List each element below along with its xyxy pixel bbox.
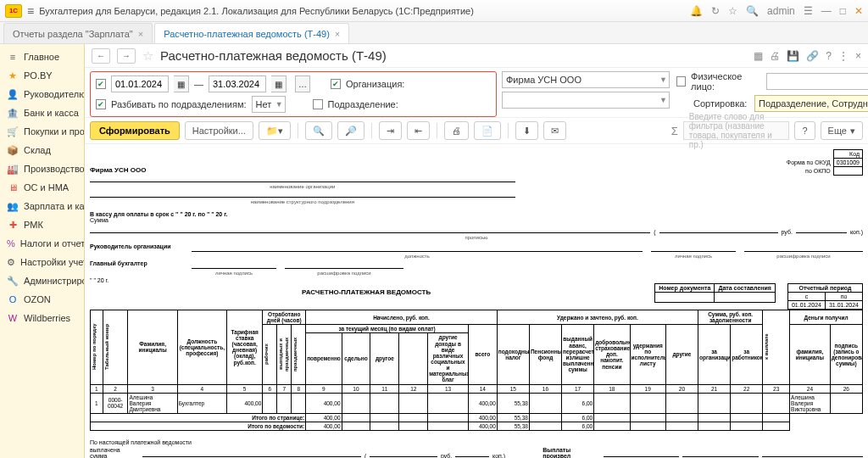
link-icon[interactable]: 🔗	[806, 50, 819, 62]
sidebar-item[interactable]: OOZON	[0, 290, 84, 309]
fiz-checkbox[interactable]	[676, 76, 686, 87]
fiz-select[interactable]: ▼	[766, 73, 868, 90]
sidebar-item[interactable]: 🏭Производство	[0, 159, 84, 178]
save-button[interactable]: ⬇	[515, 121, 538, 140]
more-icon[interactable]: ⋮	[838, 50, 849, 62]
variants-button[interactable]: 📁▾	[259, 121, 291, 140]
expand-button[interactable]: ⇥	[379, 121, 402, 140]
sigma-icon[interactable]: Σ	[671, 125, 678, 137]
nav-icon: %	[7, 237, 15, 249]
help-icon[interactable]: ?	[826, 50, 832, 62]
nav-back-button[interactable]: ←	[92, 48, 110, 64]
nav-icon: 🏦	[7, 107, 19, 119]
nav-icon: 📦	[7, 144, 19, 156]
find-next-button[interactable]: 🔎	[337, 121, 364, 140]
tabs-bar: Отчеты раздела "Зарплата" × Расчетно-пла…	[0, 22, 868, 44]
close-icon[interactable]: ✕	[854, 5, 863, 17]
find-button[interactable]: 🔍	[305, 121, 332, 140]
report-table: Номер по порядку Табельный номер Фамилия…	[90, 310, 863, 431]
form-button[interactable]: Сформировать	[90, 121, 180, 140]
period-checkbox[interactable]	[96, 79, 106, 89]
nav-icon: O	[7, 293, 19, 305]
titlebar: 1C ≡ Бухгалтерия для Беларуси, редакция …	[0, 0, 868, 22]
nav-icon: 👥	[7, 200, 19, 212]
sidebar-item[interactable]: ★PO.BY	[0, 66, 84, 85]
sidebar-item[interactable]: 👤Руководителю	[0, 85, 84, 103]
nav-icon: ★	[7, 70, 19, 81]
sort-select[interactable]: Подразделение, Сотрудник▼	[754, 95, 868, 112]
sidebar-item[interactable]: 🏦Банк и касса	[0, 103, 84, 122]
nav-icon: 🛒	[7, 126, 19, 137]
dept-label: Подразделение:	[328, 99, 398, 109]
collapse-button[interactable]: ⇤	[407, 121, 430, 140]
nav-fwd-button[interactable]: →	[117, 48, 136, 64]
split-checkbox[interactable]	[96, 99, 106, 109]
preview-button[interactable]: 📄	[474, 121, 501, 140]
sidebar-item[interactable]: ≡Главное	[0, 47, 84, 66]
print-button[interactable]: 🖨	[444, 121, 469, 140]
nav-icon: 🔧	[7, 275, 19, 287]
menu-icon[interactable]: ≡	[27, 4, 34, 18]
sidebar-item[interactable]: 👥Зарплата и кадры	[0, 197, 84, 215]
sidebar-item[interactable]: ⚙Настройки учета	[0, 253, 84, 271]
fav-icon[interactable]: ☆	[142, 48, 153, 64]
tab-t49[interactable]: Расчетно-платежная ведомость (Т-49) ×	[154, 23, 349, 43]
period-picker-button[interactable]: …	[295, 75, 310, 92]
layout-icon[interactable]: ▦	[754, 50, 763, 62]
close-icon[interactable]: ×	[335, 29, 340, 39]
nav-icon: ⚙	[7, 256, 15, 268]
table-row: 10000-00042Алешина Валерия ДмитриевнаБух…	[91, 393, 863, 413]
calendar-icon[interactable]: ▦	[174, 75, 189, 92]
nav-icon: W	[7, 312, 19, 324]
window-controls: 🔔 ↻ ☆ 🔍 admin ☰ — □ ✕	[690, 5, 863, 17]
sidebar-item[interactable]: WWildberries	[0, 309, 84, 327]
maximize-icon[interactable]: □	[840, 5, 846, 17]
help-button[interactable]: ?	[794, 121, 815, 140]
options-icon[interactable]: ☰	[804, 5, 813, 17]
tab-reports[interactable]: Отчеты раздела "Зарплата" ×	[3, 23, 153, 43]
sidebar-item[interactable]: ✚РМК	[0, 215, 84, 234]
sidebar-item[interactable]: 🛒Покупки и продажи	[0, 122, 84, 141]
report-org: Фирма УСН ООО	[90, 166, 863, 174]
sidebar-item[interactable]: 📦Склад	[0, 141, 84, 159]
filter-search-input[interactable]: Введите слово для фильтра (название това…	[683, 121, 790, 140]
sidebar-item[interactable]: 🔧Администрирование	[0, 271, 84, 290]
split-select[interactable]: Нет▼	[252, 96, 286, 113]
org-select[interactable]: Фирма УСН ООО▼	[502, 71, 670, 88]
app-title: Бухгалтерия для Беларуси, редакция 2.1. …	[39, 6, 474, 16]
filter-panel: ▦ — ▦ … Организация: Разбивать по подраз…	[90, 71, 497, 117]
org-label: Организация:	[346, 79, 404, 89]
dept-select[interactable]: ▼	[502, 92, 670, 109]
star-icon[interactable]: ☆	[728, 5, 737, 17]
search-icon[interactable]: 🔍	[746, 5, 759, 17]
report-body: Код Форма по ОКУД0301009 по ОКПО Фирма У…	[85, 144, 868, 458]
date-from-input[interactable]	[111, 75, 169, 92]
minimize-icon[interactable]: —	[821, 5, 832, 17]
nav-icon: 🏭	[7, 163, 19, 175]
close-panel-icon[interactable]: ×	[855, 50, 861, 62]
split-label: Разбивать по подразделениям:	[111, 99, 247, 109]
bell-icon[interactable]: 🔔	[690, 5, 703, 17]
settings-button[interactable]: Настройки...	[185, 121, 253, 140]
nav-icon: ≡	[7, 51, 19, 63]
sidebar-item[interactable]: %Налоги и отчетность	[0, 234, 84, 253]
calendar-icon[interactable]: ▦	[271, 75, 287, 92]
toolbar: Сформировать Настройки... 📁▾ 🔍 🔎 ⇥ ⇤ 🖨 📄…	[85, 117, 868, 144]
dept-checkbox[interactable]	[313, 99, 323, 109]
org-checkbox[interactable]	[331, 79, 341, 89]
user-label[interactable]: admin	[767, 5, 795, 17]
page-title: Расчетно-платежная ведомость (Т-49)	[160, 48, 387, 63]
print-icon[interactable]: 🖨	[770, 50, 780, 62]
fiz-label: Физическое лицо:	[691, 71, 761, 92]
nav-icon: 👤	[7, 88, 19, 100]
mail-button[interactable]: ✉	[543, 121, 566, 140]
date-to-input[interactable]	[209, 75, 266, 92]
page-header: ← → ☆ Расчетно-платежная ведомость (Т-49…	[85, 44, 868, 68]
sidebar: ≡Главное★PO.BY👤Руководителю🏦Банк и касса…	[0, 44, 85, 458]
save-icon[interactable]: 💾	[787, 50, 799, 62]
sidebar-item[interactable]: 🖥ОС и НМА	[0, 178, 84, 197]
history-icon[interactable]: ↻	[711, 5, 720, 17]
nav-icon: 🖥	[7, 182, 19, 193]
more-button[interactable]: Еще ▾	[821, 121, 863, 140]
close-icon[interactable]: ×	[138, 29, 143, 39]
